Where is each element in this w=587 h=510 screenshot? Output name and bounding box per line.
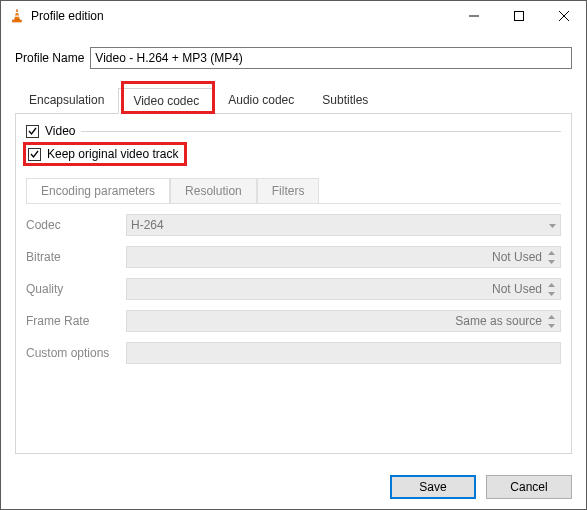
fieldset-divider: [81, 131, 561, 132]
close-button[interactable]: [541, 1, 586, 31]
subtab-encoding-parameters[interactable]: Encoding parameters: [26, 178, 170, 203]
video-codec-panel: Video Keep original video track Encoding…: [15, 114, 572, 454]
dialog-buttons: Save Cancel: [390, 475, 572, 499]
video-checkbox-label: Video: [45, 124, 75, 138]
subtab-resolution[interactable]: Resolution: [170, 178, 257, 203]
framerate-value: Same as source: [455, 314, 542, 328]
svg-rect-1: [15, 16, 20, 17]
save-button-label: Save: [419, 480, 446, 494]
svg-rect-4: [514, 12, 523, 21]
tab-video-codec[interactable]: Video codec: [118, 88, 214, 114]
profile-name-input[interactable]: [90, 47, 572, 69]
bitrate-label: Bitrate: [26, 250, 126, 264]
encoding-subtabs: Encoding parameters Resolution Filters: [26, 178, 561, 204]
codec-label: Codec: [26, 218, 126, 232]
codec-combo[interactable]: H-264: [126, 214, 561, 236]
custom-options-label: Custom options: [26, 346, 126, 360]
framerate-spinner[interactable]: Same as source: [126, 310, 561, 332]
keep-original-checkbox[interactable]: [28, 148, 41, 161]
quality-value: Not Used: [492, 282, 542, 296]
video-checkbox[interactable]: [26, 125, 39, 138]
save-button[interactable]: Save: [390, 475, 476, 499]
tab-audio-codec[interactable]: Audio codec: [214, 88, 308, 114]
tab-subtitles[interactable]: Subtitles: [308, 88, 382, 114]
window-title: Profile edition: [31, 9, 451, 23]
cancel-button-label: Cancel: [510, 480, 547, 494]
codec-value: H-264: [131, 218, 164, 232]
chevron-down-icon: [549, 218, 556, 232]
subtab-filters[interactable]: Filters: [257, 178, 320, 203]
video-checkbox-row: Video: [26, 124, 561, 138]
profile-name-label: Profile Name: [15, 51, 84, 65]
spinner-icon: [544, 312, 558, 330]
cancel-button[interactable]: Cancel: [486, 475, 572, 499]
spinner-icon: [544, 248, 558, 266]
profile-name-row: Profile Name: [15, 47, 572, 69]
quality-label: Quality: [26, 282, 126, 296]
main-tabs: Encapsulation Video codec Audio codec Su…: [15, 87, 572, 114]
svg-rect-2: [13, 20, 22, 22]
titlebar: Profile edition: [1, 1, 586, 31]
maximize-button[interactable]: [496, 1, 541, 31]
keep-original-label: Keep original video track: [47, 147, 178, 161]
svg-rect-0: [15, 12, 19, 13]
spinner-icon: [544, 280, 558, 298]
minimize-button[interactable]: [451, 1, 496, 31]
window-controls: [451, 1, 586, 31]
custom-options-input[interactable]: [126, 342, 561, 364]
tab-encapsulation[interactable]: Encapsulation: [15, 88, 118, 114]
bitrate-value: Not Used: [492, 250, 542, 264]
framerate-label: Frame Rate: [26, 314, 126, 328]
encoding-parameters-panel: Codec H-264 Bitrate Not Used Quality: [26, 204, 561, 364]
bitrate-spinner[interactable]: Not Used: [126, 246, 561, 268]
vlc-cone-icon: [9, 8, 25, 24]
highlight-keep-original: Keep original video track: [23, 142, 187, 166]
quality-spinner[interactable]: Not Used: [126, 278, 561, 300]
